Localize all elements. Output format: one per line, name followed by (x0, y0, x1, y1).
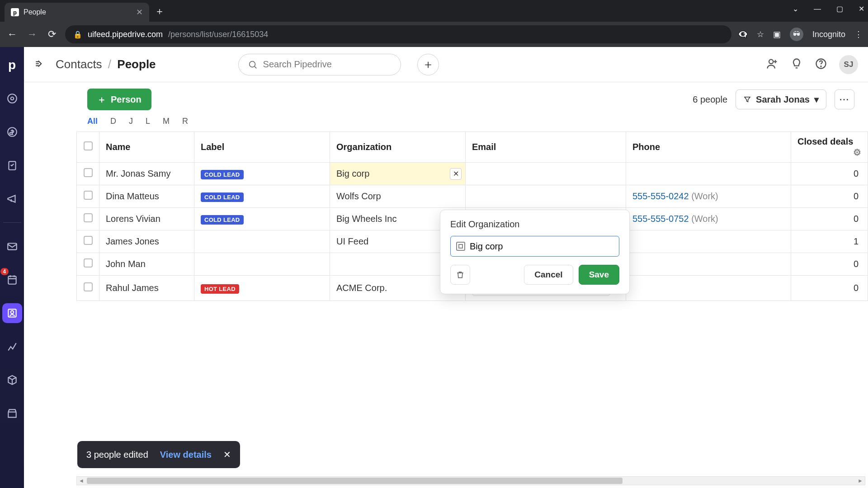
cell-organization[interactable]: Wolfs Corp (330, 185, 466, 208)
cell-name[interactable]: James Jones (99, 230, 194, 253)
cell-deals[interactable]: 0 (791, 253, 868, 276)
minimize-icon[interactable]: ― (814, 5, 821, 13)
nav-leads[interactable] (2, 89, 22, 108)
cell-deals[interactable]: 0 (791, 163, 868, 185)
cell-label[interactable]: COLD LEAD (194, 208, 330, 230)
row-select[interactable] (77, 208, 99, 230)
tabs-overview-icon[interactable]: ⌄ (793, 5, 798, 13)
row-select[interactable] (77, 253, 99, 276)
cell-email[interactable] (466, 185, 626, 208)
alpha-letter[interactable]: D (110, 117, 116, 126)
save-button[interactable]: Save (579, 265, 619, 285)
cell-label[interactable] (194, 230, 330, 253)
scroll-left-icon[interactable]: ◄ (77, 477, 86, 485)
nav-deals[interactable] (2, 122, 22, 142)
cell-phone[interactable] (626, 230, 791, 253)
row-select[interactable] (77, 276, 99, 301)
nav-products[interactable] (2, 370, 22, 390)
owner-filter[interactable]: Sarah Jonas ▾ (736, 89, 826, 109)
breadcrumb-root[interactable]: Contacts (56, 57, 102, 71)
nav-campaigns[interactable] (2, 189, 22, 209)
scroll-right-icon[interactable]: ► (856, 477, 865, 485)
cell-label[interactable]: COLD LEAD (194, 163, 330, 185)
cancel-button[interactable]: Cancel (524, 265, 573, 285)
toast-close-icon[interactable]: ✕ (223, 449, 231, 460)
nav-projects[interactable] (2, 155, 22, 175)
reload-icon[interactable]: ⟳ (45, 28, 59, 40)
cell-phone[interactable]: 555-555-0242 (Work) (626, 185, 791, 208)
more-actions-button[interactable]: ⋯ (835, 89, 854, 109)
star-icon[interactable]: ☆ (757, 29, 764, 39)
alpha-all[interactable]: All (87, 117, 98, 126)
cell-name[interactable]: Rahul James (99, 276, 194, 301)
delete-button[interactable] (450, 265, 470, 285)
cell-name[interactable]: Dina Matteus (99, 185, 194, 208)
cell-deals[interactable]: 0 (791, 208, 868, 230)
col-closed-deals[interactable]: Closed deals ⚙ (791, 132, 868, 163)
cell-label[interactable]: HOT LEAD (194, 276, 330, 301)
nav-mail[interactable] (2, 236, 22, 256)
col-phone[interactable]: Phone (626, 132, 791, 163)
browser-menu-icon[interactable]: ⋮ (854, 29, 863, 39)
col-name[interactable]: Name (99, 132, 194, 163)
nav-activities[interactable]: 4 (2, 270, 22, 290)
cell-label[interactable]: COLD LEAD (194, 185, 330, 208)
organization-input[interactable] (470, 241, 613, 252)
back-icon[interactable]: ← (5, 28, 19, 40)
cell-deals[interactable]: 0 (791, 276, 868, 301)
cell-phone[interactable] (626, 253, 791, 276)
assistant-icon[interactable] (790, 57, 803, 72)
maximize-icon[interactable]: ▢ (836, 5, 843, 13)
cell-organization-editing[interactable]: Big corp ✕ (330, 163, 466, 185)
help-icon[interactable] (815, 57, 827, 72)
alpha-letter[interactable]: J (129, 117, 133, 126)
add-person-button[interactable]: ＋ Person (87, 89, 151, 110)
extensions-icon[interactable]: ▣ (773, 29, 781, 39)
close-window-icon[interactable]: ✕ (859, 5, 864, 13)
cell-phone[interactable] (626, 163, 791, 185)
cell-phone[interactable] (626, 276, 791, 301)
cell-name[interactable]: Mr. Jonas Samy (99, 163, 194, 185)
horizontal-scrollbar[interactable]: ◄ ► (76, 476, 865, 485)
nav-contacts[interactable] (2, 303, 22, 323)
cell-deals[interactable]: 0 (791, 185, 868, 208)
alpha-letter[interactable]: L (146, 117, 150, 126)
eye-off-icon[interactable]: 👁️‍🗨️ (738, 29, 748, 39)
alpha-letter[interactable]: M (163, 117, 170, 126)
cell-phone[interactable]: 555-555-0752 (Work) (626, 208, 791, 230)
row-select[interactable] (77, 230, 99, 253)
nav-marketplace[interactable] (2, 404, 22, 423)
alpha-letter[interactable]: R (182, 117, 188, 126)
invite-user-icon[interactable] (766, 57, 778, 72)
col-organization[interactable]: Organization (330, 132, 466, 163)
col-label[interactable]: Label (194, 132, 330, 163)
close-tab-icon[interactable]: ✕ (136, 7, 143, 17)
collapse-sidebar-icon[interactable] (34, 58, 46, 71)
cell-deals[interactable]: 1 (791, 230, 868, 253)
nav-insights[interactable] (2, 337, 22, 357)
cell-name[interactable]: Lorens Vivian (99, 208, 194, 230)
new-tab-button[interactable]: ＋ (155, 5, 165, 18)
organization-input-wrapper[interactable] (450, 236, 619, 257)
svg-point-7 (10, 311, 14, 314)
url-box[interactable]: 🔒 uifeed.pipedrive.com/persons/list/user… (65, 25, 731, 43)
clear-cell-icon[interactable]: ✕ (450, 168, 462, 180)
user-avatar[interactable]: SJ (839, 55, 858, 74)
alpha-filter: All D J L M R (24, 117, 868, 131)
global-search[interactable]: Search Pipedrive (238, 54, 401, 75)
row-select[interactable] (77, 163, 99, 185)
gear-icon[interactable]: ⚙ (853, 147, 861, 158)
col-email[interactable]: Email (466, 132, 626, 163)
quick-add-button[interactable]: ＋ (417, 54, 439, 75)
cell-email[interactable] (466, 163, 626, 185)
cell-name[interactable]: John Man (99, 253, 194, 276)
select-all[interactable] (77, 132, 99, 163)
browser-tab[interactable]: p People ✕ (5, 3, 149, 22)
app-logo[interactable]: p (2, 55, 22, 75)
cell-label[interactable] (194, 253, 330, 276)
row-select[interactable] (77, 185, 99, 208)
incognito-icon[interactable]: 🕶 (790, 28, 803, 41)
toast-action-link[interactable]: View details (160, 450, 212, 460)
filter-icon (743, 95, 751, 103)
scroll-thumb[interactable] (87, 478, 623, 484)
